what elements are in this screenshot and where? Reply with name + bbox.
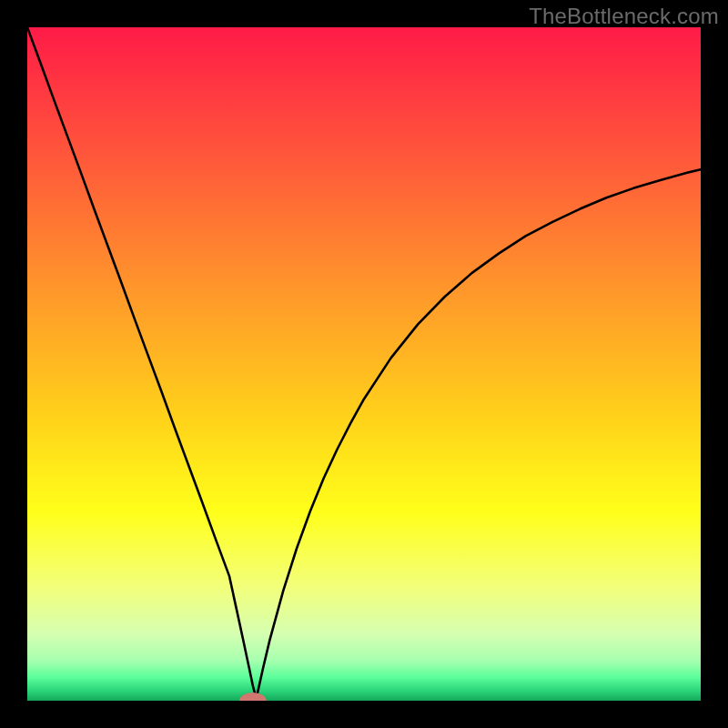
bottleneck-chart	[27, 27, 701, 701]
watermark-label: TheBottleneck.com	[529, 4, 719, 29]
gradient-background	[27, 27, 701, 701]
chart-frame: TheBottleneck.com	[0, 0, 728, 728]
